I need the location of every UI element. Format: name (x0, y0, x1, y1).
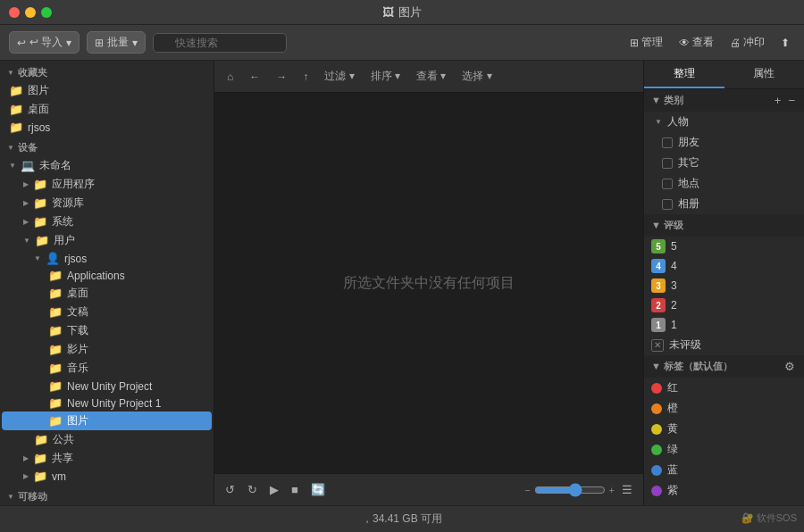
sidebar-item-music[interactable]: 📁 音乐 (2, 359, 212, 378)
search-input[interactable] (153, 33, 287, 53)
maximize-button[interactable] (41, 7, 52, 18)
sidebar-item-movies[interactable]: 📁 影片 (2, 340, 212, 359)
rating3-item[interactable]: 3 3 (644, 276, 804, 295)
friends-checkbox[interactable] (662, 137, 673, 148)
rotate-left-button[interactable]: ↺ (222, 481, 239, 498)
sidebar-item-downloads[interactable]: 📁 下载 (2, 321, 212, 340)
desktop-icon: 📁 (9, 103, 23, 116)
others-checkbox[interactable] (662, 158, 673, 169)
import-button[interactable]: ↩ ↩ 导入 ▾ (9, 31, 80, 54)
newunity2-icon: 📁 (48, 396, 63, 410)
home-button[interactable]: ⌂ (222, 69, 239, 85)
sidebar-item-newunity2[interactable]: 📁 New Unity Project 1 (2, 395, 212, 411)
sidebar-item-users[interactable]: ▼ 📁 用户 (2, 231, 212, 250)
forward-button[interactable]: → (271, 69, 292, 85)
users-icon: 📁 (35, 234, 49, 247)
documents-icon: 📁 (48, 305, 63, 319)
tag-gray-item[interactable]: 灰 (644, 501, 804, 505)
tag-orange-item[interactable]: 橙 (644, 398, 804, 419)
album-checkbox[interactable] (662, 199, 673, 210)
sidebar-item-system[interactable]: ▶ 📁 系统 (2, 212, 212, 231)
tag-red-item[interactable]: 红 (644, 378, 804, 398)
rating4-item[interactable]: 4 4 (644, 256, 804, 276)
remove-category-button[interactable]: − (786, 94, 797, 107)
titlebar: 🖼 图片 (0, 0, 804, 25)
rating5-item[interactable]: 5 5 (644, 237, 804, 256)
back-button[interactable]: ← (244, 69, 265, 85)
ratings-section-header: ▼ 评级 (644, 214, 804, 237)
sidebar-item-apps2[interactable]: 📁 Applications (2, 267, 212, 284)
window-controls (9, 7, 52, 18)
tag-blue-item[interactable]: 蓝 (644, 460, 804, 480)
manage-button[interactable]: ⊞ 管理 (624, 32, 668, 53)
select-button[interactable]: 选择 ▾ (456, 67, 497, 86)
tag-green-item[interactable]: 绿 (644, 439, 804, 460)
content-area: ⌂ ← → ↑ 过滤 ▾ 排序 ▾ 查看 ▾ 选择 ▾ (214, 61, 643, 505)
statusbar-text: ，34.41 GB 可用 (362, 511, 442, 527)
print-button[interactable]: 🖨 冲印 (724, 32, 770, 53)
tab-organize[interactable]: 整理 (644, 61, 724, 88)
sidebar-item-rjsos2[interactable]: ▼ 👤 rjsos (2, 250, 212, 267)
window-title: 🖼 图片 (382, 4, 422, 21)
tags-gear-button[interactable]: ⚙ (783, 360, 797, 373)
add-category-button[interactable]: + (773, 94, 783, 107)
sidebar-item-applications[interactable]: ▶ 📁 应用程序 (2, 175, 212, 194)
right-panel: 整理 属性 ▼ 类别 + − ▼ 人物 朋友 其它 地点 (643, 61, 804, 505)
tag-purple-item[interactable]: 紫 (644, 480, 804, 501)
categories-actions: + − (773, 94, 797, 107)
sidebar-item-resources[interactable]: ▶ 📁 资源库 (2, 194, 212, 212)
places-checkbox[interactable] (662, 179, 673, 189)
rjsos-icon: 📁 (9, 121, 23, 134)
sidebar-item-public[interactable]: 📁 公共 (2, 430, 212, 449)
sidebar-item-desktop[interactable]: 📁 桌面 (2, 100, 212, 119)
minimize-button[interactable] (25, 7, 36, 18)
tab-properties[interactable]: 属性 (724, 61, 805, 88)
portable-label: 可移动 (18, 490, 47, 503)
filter-label: 过滤 ▾ (324, 69, 354, 84)
public-label: 公共 (53, 432, 74, 447)
rating4-label: 4 (671, 260, 677, 272)
rotate-right-button[interactable]: ↻ (244, 481, 261, 498)
look-button[interactable]: 查看 ▾ (411, 67, 451, 86)
play-button[interactable]: ▶ (266, 481, 282, 498)
loop-button[interactable]: 🔄 (307, 481, 329, 498)
sidebar-item-shared[interactable]: ▶ 📁 共享 (2, 449, 212, 468)
share-button[interactable]: ⬆ (775, 34, 795, 52)
purple-dot (651, 486, 662, 496)
shared-icon: 📁 (33, 452, 47, 465)
unrated-label: 未评级 (669, 337, 701, 353)
pictures-label: 图片 (28, 83, 49, 98)
sidebar-item-pictures[interactable]: 📁 图片 (2, 81, 212, 100)
sidebar-item-newunity[interactable]: 📁 New Unity Project (2, 378, 212, 395)
sidebar-item-unnamed[interactable]: ▼ 💻 未命名 (2, 156, 212, 175)
stop-button[interactable]: ■ (288, 481, 302, 498)
sidebar-item-documents[interactable]: 📁 文稿 (2, 303, 212, 321)
up-button[interactable]: ↑ (297, 69, 314, 85)
view-button[interactable]: 👁 查看 (674, 32, 719, 53)
rating1-item[interactable]: 1 1 (644, 315, 804, 335)
unnamed-label: 未命名 (39, 158, 71, 173)
zoom-slider[interactable] (534, 483, 606, 497)
rjsos2-icon: 👤 (46, 252, 60, 265)
system-triangle: ▶ (23, 218, 29, 226)
unrated-item[interactable]: ✕ 未评级 (644, 335, 804, 355)
close-button[interactable] (9, 7, 20, 18)
filter-button[interactable]: 过滤 ▾ (319, 67, 359, 86)
rating2-item[interactable]: 2 2 (644, 295, 804, 315)
sidebar-item-rjsos[interactable]: 📁 rjsos (2, 119, 212, 136)
sidebar-item-vm[interactable]: ▶ 📁 vm (2, 468, 212, 485)
rjsos2-label: rjsos (64, 253, 87, 265)
list-view-button[interactable]: ☰ (618, 481, 636, 498)
resources-label: 资源库 (52, 195, 84, 211)
sidebar-item-desktop2[interactable]: 📁 桌面 (2, 284, 212, 303)
zoom-container: − + ☰ (524, 481, 636, 498)
applications-label: 应用程序 (52, 177, 95, 192)
people-group[interactable]: ▼ 人物 (644, 112, 804, 132)
sort-button[interactable]: 排序 ▾ (365, 67, 406, 86)
users-triangle: ▼ (23, 237, 30, 245)
pictures2-label: 图片 (67, 413, 88, 428)
sidebar-item-pictures2[interactable]: 📁 图片 (2, 411, 212, 430)
batch-button[interactable]: ⊞ 批量 ▾ (87, 31, 146, 54)
tag-yellow-item[interactable]: 黄 (644, 419, 804, 439)
manage-label: 管理 (641, 35, 663, 50)
